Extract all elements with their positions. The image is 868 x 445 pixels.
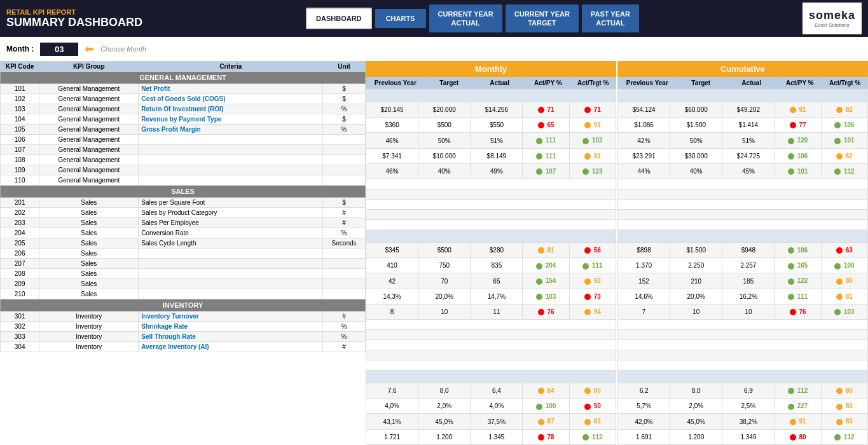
cum-act-py-indicator xyxy=(790,107,796,113)
monthly-empty-cell xyxy=(366,350,616,360)
monthly-act-py-value: 154 xyxy=(546,277,556,284)
main-area: KPI Code KPI Group Criteria Unit GENERAL… xyxy=(0,61,868,445)
nav-current-year-target[interactable]: CURRENT YEARTARGET xyxy=(506,4,579,33)
monthly-act-py-indicator xyxy=(536,138,542,144)
section-header-cumulative-0 xyxy=(618,90,868,102)
table-row: 108 General Management xyxy=(1,155,366,165)
cum-actual-cell: $948 xyxy=(722,243,775,258)
table-row: 4,0% 2,0% 4,0% 100 50 xyxy=(366,399,616,414)
kpi-criteria-cell xyxy=(139,165,323,175)
monthly-act-py-indicator xyxy=(538,122,544,128)
monthly-py-cell: 46% xyxy=(366,133,418,148)
kpi-unit-cell: $ xyxy=(323,94,366,104)
cum-act-trgt-value: 85 xyxy=(846,418,853,425)
cum-act-py-indicator xyxy=(788,168,794,175)
cum-actual-cell: 1.349 xyxy=(722,429,775,444)
kpi-code-cell: 106 xyxy=(1,135,39,145)
monthly-py-cell: $20.145 xyxy=(366,102,418,118)
table-row: 42 70 65 154 92 xyxy=(366,273,616,289)
cum-py-cell: 152 xyxy=(618,273,670,289)
monthly-actual-cell: 14,7% xyxy=(471,289,523,304)
monthly-act-py-cell: 111 xyxy=(523,148,569,163)
kpi-criteria-cell xyxy=(139,135,323,145)
kpi-group-cell: Sales xyxy=(39,289,139,299)
cum-py-cell: $54.124 xyxy=(618,102,670,118)
cum-act-py-indicator xyxy=(790,419,796,425)
cum-empty-cell xyxy=(618,360,868,371)
monthly-act-py-indicator xyxy=(536,294,542,300)
nav-current-year-actual[interactable]: CURRENT YEARACTUAL xyxy=(429,4,502,33)
monthly-act-py-indicator xyxy=(536,263,542,270)
section-header-monthly-0 xyxy=(366,90,616,102)
monthly-act-trgt-value: 81 xyxy=(594,153,601,160)
table-row: 410 750 835 204 111 xyxy=(366,258,616,273)
table-row: $898 $1.500 $948 106 63 xyxy=(618,243,868,258)
cum-act-py-indicator xyxy=(788,247,794,254)
kpi-unit-cell: Seconds xyxy=(323,238,366,249)
monthly-act-py-value: 111 xyxy=(546,153,556,160)
table-row: 208 Sales xyxy=(1,269,366,279)
table-row xyxy=(366,350,616,360)
col-headers-row: Previous Year Target Actual Act/PY % Act… xyxy=(366,77,868,89)
app-container: RETAIL KPI REPORT SUMMARY DASHBOARD DASH… xyxy=(0,0,868,445)
monthly-act-py-indicator xyxy=(538,309,544,315)
monthly-act-py-cell: 100 xyxy=(523,399,569,414)
col-criteria: Criteria xyxy=(139,62,323,72)
kpi-criteria-cell: Sales Cycle Length xyxy=(139,238,323,249)
cum-act-trgt-cell: 100 xyxy=(821,258,867,273)
data-rows-container: $20.145 $20.000 $14.256 71 71 $360 $500 … xyxy=(366,89,868,445)
table-row xyxy=(366,200,616,210)
kpi-unit-cell xyxy=(323,145,366,155)
monthly-empty-cell xyxy=(366,179,616,189)
table-row: $345 $500 $280 81 56 xyxy=(366,243,616,258)
cum-act-trgt-value: 100 xyxy=(844,262,855,269)
cum-empty-cell xyxy=(618,350,868,360)
col-kpi-code: KPI Code xyxy=(1,62,39,72)
monthly-actual-cell: 835 xyxy=(471,258,523,273)
cum-empty-cell xyxy=(618,200,868,210)
table-row: 104 General Management Revenue by Paymen… xyxy=(1,114,366,125)
monthly-act-trgt-value: 83 xyxy=(594,418,601,425)
table-row: 42% 50% 51% 120 101 xyxy=(618,133,868,148)
monthly-act-trgt-cell: 80 xyxy=(569,383,616,399)
table-row xyxy=(618,360,868,371)
kpi-criteria-cell: Gross Profit Margin xyxy=(139,125,323,135)
table-row: 5,7% 2,0% 2,5% 227 80 xyxy=(618,399,868,414)
cum-py-cell: 42% xyxy=(618,133,670,148)
monthly-act-trgt-value: 102 xyxy=(592,137,603,144)
cum-target-cell: 2.250 xyxy=(670,258,722,273)
cum-act-trgt-indicator xyxy=(836,107,843,113)
monthly-empty-cell xyxy=(366,200,616,210)
cum-act-py-value: 91 xyxy=(799,418,806,425)
header-left: RETAIL KPI REPORT SUMMARY DASHBOARD xyxy=(6,8,142,29)
nav-dashboard[interactable]: DASHBOARD xyxy=(306,8,372,29)
cum-target-header: Target xyxy=(677,78,725,89)
monthly-py-cell: $360 xyxy=(366,118,418,133)
kpi-group-cell: General Management xyxy=(39,165,139,175)
monthly-empty-cell xyxy=(366,340,616,350)
nav-past-year-actual[interactable]: PAST YEARACTUAL xyxy=(582,4,639,33)
kpi-unit-cell xyxy=(323,165,366,175)
month-label: Month : xyxy=(6,44,34,53)
kpi-criteria-cell: Cost of Goods Sold (COGS) xyxy=(139,94,323,104)
header-nav: DASHBOARD CHARTS CURRENT YEARACTUAL CURR… xyxy=(306,4,639,33)
cum-actual-cell: 6,9 xyxy=(722,383,775,399)
nav-charts[interactable]: CHARTS xyxy=(375,9,426,28)
cum-actual-cell: 16,2% xyxy=(722,289,775,304)
kpi-group-cell: General Management xyxy=(39,145,139,155)
monthly-target-cell: 45,0% xyxy=(418,414,471,429)
table-row xyxy=(366,330,616,340)
cum-target-cell: 50% xyxy=(670,133,722,148)
monthly-py-cell: 4,0% xyxy=(366,399,418,414)
monthly-act-trgt-cell: 111 xyxy=(569,258,616,273)
cum-py-cell: 6,2 xyxy=(618,383,670,399)
monthly-act-trgt-indicator xyxy=(584,153,591,160)
cum-act-py-indicator xyxy=(790,309,796,315)
cum-actual-cell: 45% xyxy=(722,163,775,179)
cum-act-py-cell: 122 xyxy=(775,273,821,289)
kpi-group-cell: Inventory xyxy=(39,332,139,342)
table-row: 14,3% 20,0% 14,7% 103 73 xyxy=(366,289,616,304)
monthly-actual-cell: 37,5% xyxy=(471,414,523,429)
kpi-code-cell: 206 xyxy=(1,249,39,259)
monthly-data-table: $20.145 $20.000 $14.256 71 71 $360 $500 … xyxy=(366,89,616,445)
